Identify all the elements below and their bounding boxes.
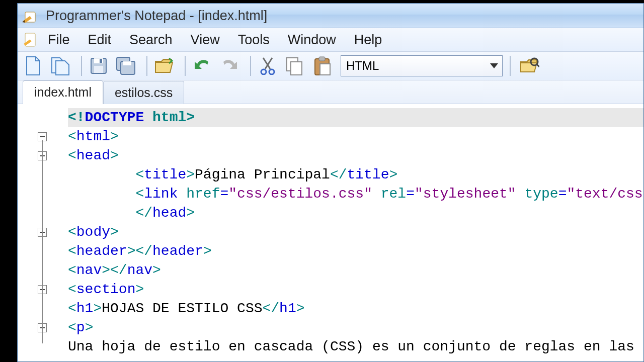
code-line[interactable]: <section> xyxy=(68,280,643,299)
code-line[interactable]: <p> xyxy=(68,318,643,337)
code-line[interactable]: <nav></nav> xyxy=(68,261,643,280)
save-button[interactable] xyxy=(87,54,110,77)
menu-search[interactable]: Search xyxy=(129,32,173,48)
app-icon xyxy=(21,7,39,25)
title-bar[interactable]: Programmer's Notepad - [index.html] xyxy=(18,4,643,28)
menu-bar: File Edit Search View Tools Window Help xyxy=(18,28,643,52)
code-editor[interactable]: <!DOCTYPE html><html><head> <title>Págin… xyxy=(18,105,643,361)
menu-edit[interactable]: Edit xyxy=(88,32,112,48)
redo-button[interactable] xyxy=(218,54,241,77)
fold-guide xyxy=(42,140,43,343)
code-line[interactable]: <header></header> xyxy=(68,242,643,261)
code-line[interactable]: <h1>HOJAS DE ESTILO CSS</h1> xyxy=(68,299,643,318)
code-line[interactable]: </head> xyxy=(68,204,643,223)
paste-button[interactable] xyxy=(310,54,334,77)
app-window: Programmer's Notepad - [index.html] File… xyxy=(17,3,644,362)
tab-bar: index.html estilos.css xyxy=(18,80,643,104)
svg-rect-17 xyxy=(319,57,325,61)
code-line[interactable]: <head> xyxy=(68,146,643,165)
new-file-button[interactable] xyxy=(22,54,45,77)
new-doc-icon xyxy=(23,32,39,48)
menu-window[interactable]: Window xyxy=(288,32,336,48)
svg-point-13 xyxy=(269,69,274,74)
svg-rect-7 xyxy=(94,66,103,73)
cut-button[interactable] xyxy=(256,54,279,77)
window-title: Programmer's Notepad - [index.html] xyxy=(46,8,267,24)
svg-rect-8 xyxy=(100,59,102,63)
find-button[interactable] xyxy=(518,54,541,77)
menu-tools[interactable]: Tools xyxy=(238,32,270,48)
new-project-button[interactable] xyxy=(49,54,72,77)
language-selector[interactable]: HTML xyxy=(341,55,503,76)
code-line[interactable]: <html> xyxy=(68,127,643,146)
code-area[interactable]: <!DOCTYPE html><html><head> <title>Págin… xyxy=(68,105,643,361)
copy-button[interactable] xyxy=(283,54,306,77)
svg-point-12 xyxy=(261,69,266,74)
code-line[interactable]: <body> xyxy=(68,223,643,242)
save-all-button[interactable] xyxy=(114,54,137,77)
code-line[interactable]: <link href="css/estilos.css" rel="styles… xyxy=(68,185,643,204)
code-line[interactable]: <!DOCTYPE html> xyxy=(68,108,643,127)
language-value: HTML xyxy=(346,59,379,73)
open-button[interactable] xyxy=(152,54,176,77)
tool-bar: HTML xyxy=(18,52,643,80)
tab-index-html[interactable]: index.html xyxy=(23,80,103,104)
fold-gutter[interactable] xyxy=(18,105,68,361)
code-line[interactable]: Una hoja de estilo en cascada (CSS) es u… xyxy=(68,337,643,356)
chevron-down-icon xyxy=(490,63,498,68)
svg-rect-11 xyxy=(123,61,131,65)
code-line[interactable]: <title>Página Principal</title> xyxy=(68,165,643,185)
menu-help[interactable]: Help xyxy=(354,32,382,48)
tab-estilos-css[interactable]: estilos.css xyxy=(103,81,184,104)
menu-view[interactable]: View xyxy=(191,32,220,48)
undo-button[interactable] xyxy=(191,54,214,77)
menu-file[interactable]: File xyxy=(48,32,70,48)
svg-rect-15 xyxy=(291,62,302,75)
svg-rect-18 xyxy=(320,64,330,75)
